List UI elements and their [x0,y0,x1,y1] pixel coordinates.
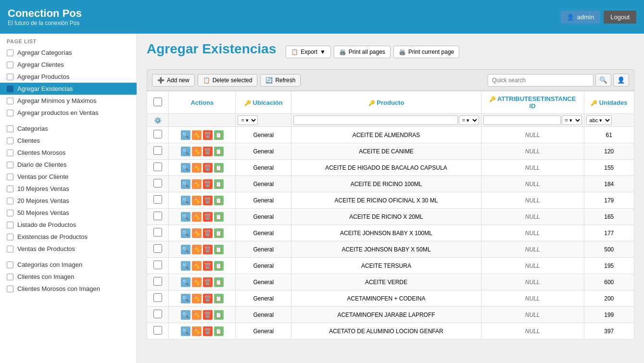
action-delete-icon[interactable]: 🗑️ [203,147,213,156]
action-detail-icon[interactable]: 🔍 [181,326,190,336]
action-delete-icon[interactable]: 🗑️ [203,212,213,222]
action-detail-icon[interactable]: 🔍 [181,245,190,254]
action-edit-icon[interactable]: ✏️ [192,147,202,156]
action-edit-icon[interactable]: ✏️ [192,277,202,287]
user-filter-button[interactable]: 👤 [613,74,629,87]
action-detail-icon[interactable]: 🔍 [181,163,190,173]
delete-selected-button[interactable]: 📋 Delete selected [198,74,258,87]
sidebar-item-5[interactable]: Agregar productos en Ventas [0,107,137,119]
add-new-button[interactable]: ➕ Add new [152,74,195,87]
sidebar-item-15[interactable]: Existencias de Productos [0,231,137,243]
action-detail-icon[interactable]: 🔍 [181,294,190,303]
action-copy-icon[interactable]: 📋 [214,326,224,336]
sidebar-item-1[interactable]: Agregar Clientes [0,59,137,71]
action-delete-icon[interactable]: 🗑️ [203,228,213,238]
action-edit-icon[interactable]: ✏️ [192,196,202,205]
sidebar-item-16[interactable]: Ventas de Productos [0,243,137,255]
action-edit-icon[interactable]: ✏️ [192,261,202,271]
action-edit-icon[interactable]: ✏️ [192,130,202,140]
action-copy-icon[interactable]: 📋 [214,294,224,303]
action-edit-icon[interactable]: ✏️ [192,326,202,336]
action-detail-icon[interactable]: 🔍 [181,310,190,320]
action-detail-icon[interactable]: 🔍 [181,179,190,189]
action-copy-icon[interactable]: 📋 [214,163,224,173]
sidebar-item-8[interactable]: Clientes Morosos [0,147,137,159]
action-detail-icon[interactable]: 🔍 [181,130,190,140]
sidebar-item-0[interactable]: Agregar Categorías [0,47,137,59]
action-detail-icon[interactable]: 🔍 [181,147,190,156]
action-delete-icon[interactable]: 🗑️ [203,294,213,303]
sidebar-item-12[interactable]: 20 Mejores Ventas [0,195,137,207]
action-detail-icon[interactable]: 🔍 [181,212,190,222]
sidebar-item-18[interactable]: Clientes con Imagen [0,271,137,283]
row-checkbox[interactable] [153,261,162,269]
row-checkbox[interactable] [153,277,162,286]
action-detail-icon[interactable]: 🔍 [181,277,190,287]
action-edit-icon[interactable]: ✏️ [192,294,202,303]
action-delete-icon[interactable]: 🗑️ [203,196,213,205]
search-input[interactable] [488,74,593,87]
units-filter-op[interactable]: abc ▾ [586,115,612,125]
sidebar-item-7[interactable]: Clientes [0,135,137,147]
row-checkbox[interactable] [153,163,162,171]
action-delete-icon[interactable]: 🗑️ [203,130,213,140]
action-delete-icon[interactable]: 🗑️ [203,310,213,320]
row-checkbox[interactable] [153,326,162,335]
action-copy-icon[interactable]: 📋 [214,212,224,222]
row-checkbox[interactable] [153,212,162,220]
admin-button[interactable]: 👤 admin [561,11,600,24]
action-copy-icon[interactable]: 📋 [214,261,224,271]
action-detail-icon[interactable]: 🔍 [181,196,190,205]
sidebar-item-10[interactable]: Ventas por Cliente [0,171,137,183]
sidebar-item-4[interactable]: Agregar Mínimos y Máximos [0,95,137,107]
print-current-button[interactable]: 🖨️ Print current page [393,46,459,58]
action-delete-icon[interactable]: 🗑️ [203,179,213,189]
sidebar-item-14[interactable]: Listado de Productos [0,219,137,231]
action-edit-icon[interactable]: ✏️ [192,245,202,254]
row-checkbox[interactable] [153,244,162,253]
sidebar-item-17[interactable]: Categorías con Imagen [0,259,137,271]
action-copy-icon[interactable]: 📋 [214,147,224,156]
sidebar-item-2[interactable]: Agregar Productos [0,71,137,83]
sidebar-item-6[interactable]: Categorías [0,123,137,135]
action-detail-icon[interactable]: 🔍 [181,261,190,271]
row-checkbox[interactable] [153,195,162,204]
sidebar-item-11[interactable]: 10 Mejores Ventas [0,183,137,195]
sidebar-item-3[interactable]: Agregar Existencias [0,83,137,95]
action-delete-icon[interactable]: 🗑️ [203,245,213,254]
action-delete-icon[interactable]: 🗑️ [203,261,213,271]
select-all-checkbox[interactable] [153,98,162,106]
action-copy-icon[interactable]: 📋 [214,196,224,205]
action-copy-icon[interactable]: 📋 [214,179,224,189]
row-checkbox[interactable] [153,146,162,155]
sidebar-item-19[interactable]: Clientes Morosos con Imagen [0,283,137,295]
row-checkbox[interactable] [153,293,162,302]
row-checkbox[interactable] [153,228,162,237]
refresh-button[interactable]: 🔄 Refresh [260,74,301,87]
action-edit-icon[interactable]: ✏️ [192,163,202,173]
producto-filter-op[interactable]: = ▾ [459,115,479,125]
sidebar-item-13[interactable]: 50 Mejores Ventas [0,207,137,219]
action-delete-icon[interactable]: 🗑️ [203,163,213,173]
action-detail-icon[interactable]: 🔍 [181,228,190,238]
row-checkbox[interactable] [153,130,162,138]
print-all-button[interactable]: 🖨️ Print all pages [334,46,391,58]
row-checkbox[interactable] [153,310,162,318]
search-button[interactable]: 🔍 [595,74,611,87]
action-edit-icon[interactable]: ✏️ [192,310,202,320]
action-copy-icon[interactable]: 📋 [214,310,224,320]
action-edit-icon[interactable]: ✏️ [192,228,202,238]
action-copy-icon[interactable]: 📋 [214,245,224,254]
attrib-filter-input[interactable] [483,115,561,125]
action-edit-icon[interactable]: ✏️ [192,212,202,222]
action-delete-icon[interactable]: 🗑️ [203,277,213,287]
ubicacion-filter-op[interactable]: = ▾ [238,115,258,125]
sidebar-item-9[interactable]: Diario de Clientes [0,159,137,171]
row-checkbox[interactable] [153,179,162,188]
action-edit-icon[interactable]: ✏️ [192,179,202,189]
export-button[interactable]: 📋 Export ▼ [286,46,331,58]
action-copy-icon[interactable]: 📋 [214,130,224,140]
action-delete-icon[interactable]: 🗑️ [203,326,213,336]
action-copy-icon[interactable]: 📋 [214,277,224,287]
producto-filter-input[interactable] [293,115,457,125]
